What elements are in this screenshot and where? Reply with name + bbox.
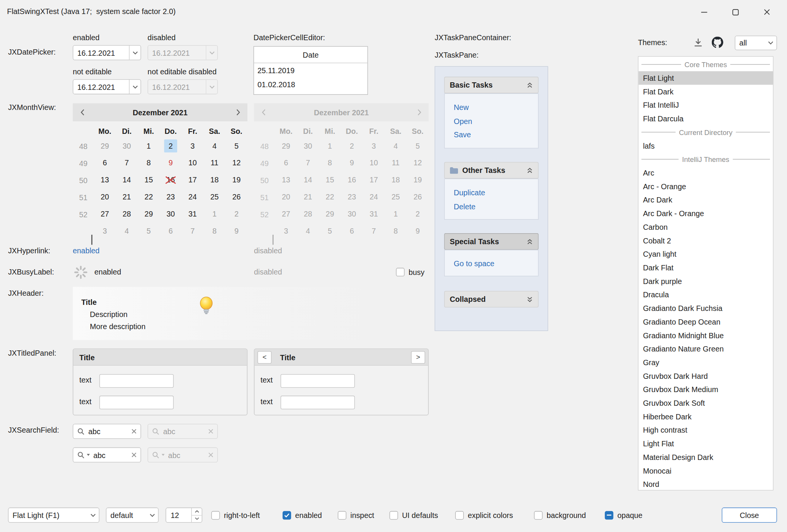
theme-item[interactable]: Cyan light — [638, 247, 773, 261]
checkbox-box[interactable] — [338, 511, 346, 519]
day-cell[interactable]: 8 — [203, 225, 225, 238]
day-cell[interactable]: 4 — [203, 140, 225, 152]
day-cell[interactable]: 2 — [160, 140, 182, 152]
day-cell[interactable]: 18 — [203, 174, 225, 187]
next-month-button[interactable] — [228, 103, 247, 121]
theme-item[interactable]: Flat IntelliJ — [638, 98, 773, 112]
day-cell[interactable]: 12 — [225, 157, 247, 169]
spinner-down-button[interactable] — [192, 515, 201, 522]
theme-item[interactable]: Monocai — [638, 464, 773, 478]
theme-item[interactable]: Material Design Dark — [638, 450, 773, 464]
day-cell[interactable]: 14 — [116, 174, 138, 187]
day-cell[interactable]: 27 — [94, 208, 116, 221]
day-cell[interactable]: 11 — [203, 157, 225, 169]
table-row[interactable]: 25.11.2019 — [254, 63, 367, 77]
day-cell[interactable]: 6 — [160, 225, 182, 238]
busy-checkbox[interactable]: busy — [396, 266, 425, 277]
expand-icon[interactable] — [527, 296, 533, 303]
checkbox-inspect[interactable]: inspect — [338, 510, 374, 521]
day-cell[interactable]: 21 — [116, 191, 138, 204]
theme-item[interactable]: Arc — [638, 166, 773, 180]
themes-list[interactable]: Core ThemesFlat LightFlat DarkFlat Intel… — [638, 56, 773, 490]
theme-item[interactable]: High contrast — [638, 423, 773, 437]
day-cell[interactable]: 30 — [160, 208, 182, 221]
theme-item[interactable]: Gradianto Dark Fuchsia — [638, 301, 773, 315]
theme-item[interactable]: Arc - Orange — [638, 180, 773, 193]
checkbox-box[interactable] — [211, 511, 220, 519]
day-cell[interactable]: 9 — [160, 157, 182, 169]
checkbox-box[interactable] — [605, 511, 613, 519]
theme-item[interactable]: Dark purple — [638, 275, 773, 288]
day-cell[interactable]: 1 — [203, 208, 225, 221]
day-cell[interactable]: 8 — [138, 157, 160, 169]
checkbox-box[interactable] — [455, 511, 464, 519]
clear-icon[interactable] — [132, 452, 137, 457]
theme-item[interactable]: Light Flat — [638, 437, 773, 450]
font-size-spinner[interactable]: 12 — [165, 508, 202, 523]
collapse-icon[interactable] — [527, 167, 533, 174]
taskpane-header-basic-tasks[interactable]: Basic Tasks — [444, 77, 539, 93]
day-cell[interactable]: 25 — [203, 191, 225, 204]
checkbox-opaque[interactable]: opaque — [605, 510, 642, 521]
theme-item[interactable]: Flat Darcula — [638, 112, 773, 126]
github-icon[interactable] — [712, 37, 723, 50]
text-input[interactable] — [99, 396, 174, 410]
download-icon[interactable] — [693, 37, 704, 50]
day-cell[interactable]: 26 — [225, 191, 247, 204]
table-column-header[interactable]: Date — [254, 47, 367, 63]
day-cell[interactable]: 7 — [182, 225, 204, 238]
checkbox-explicit-colors[interactable]: explicit colors — [455, 510, 513, 521]
chevron-down-icon[interactable] — [146, 508, 158, 522]
close-window-button[interactable] — [751, 0, 782, 24]
laf-combobox[interactable]: Flat Light (F1) — [8, 508, 99, 523]
checkbox-box[interactable] — [283, 511, 291, 519]
clear-icon[interactable] — [132, 429, 137, 434]
previous-month-button[interactable] — [73, 103, 92, 121]
theme-item[interactable]: Gruvbox Dark Soft — [638, 396, 773, 410]
hyperlink-enabled[interactable]: enabled — [73, 246, 100, 254]
theme-item[interactable]: Gray — [638, 356, 773, 369]
panel-left-button[interactable]: < — [258, 351, 272, 363]
theme-item[interactable]: Nord — [638, 477, 773, 490]
day-cell[interactable]: 30 — [116, 140, 138, 152]
theme-item[interactable]: Flat Dark — [638, 85, 773, 99]
text-input[interactable] — [280, 396, 355, 410]
day-cell[interactable]: 24 — [182, 191, 204, 204]
day-cell[interactable]: 5 — [225, 140, 247, 152]
font-combobox[interactable]: default — [106, 508, 159, 523]
chevron-down-icon[interactable] — [129, 80, 140, 94]
task-link-delete[interactable]: Delete — [454, 199, 529, 213]
taskpane-header-other-tasks[interactable]: Other Tasks — [444, 162, 539, 179]
datepicker-enabled[interactable]: 16.12.2021 — [73, 45, 141, 60]
chevron-down-icon[interactable] — [129, 46, 140, 60]
day-cell[interactable]: 2 — [225, 208, 247, 221]
theme-item[interactable]: Arc Dark - Orange — [638, 207, 773, 220]
panel-right-button[interactable]: > — [411, 351, 425, 363]
checkbox-background[interactable]: background — [534, 510, 586, 521]
theme-item[interactable]: Gruvbox Dark Medium — [638, 383, 773, 396]
collapse-icon[interactable] — [527, 82, 533, 89]
theme-item[interactable]: Gradianto Deep Ocean — [638, 315, 773, 329]
day-cell[interactable]: 16 — [160, 174, 182, 187]
day-cell[interactable]: 29 — [94, 140, 116, 152]
theme-item[interactable]: lafs — [638, 139, 773, 152]
checkbox-box[interactable] — [389, 511, 398, 519]
checkbox-right-to-left[interactable]: right-to-left — [211, 510, 260, 521]
table-row[interactable]: 01.02.2018 — [254, 77, 367, 91]
taskpane-header-collapsed[interactable]: Collapsed — [444, 291, 539, 308]
themes-filter-combobox[interactable]: all — [735, 36, 777, 50]
theme-item[interactable]: Arc Dark — [638, 193, 773, 207]
theme-item[interactable]: Dark Flat — [638, 261, 773, 275]
day-cell[interactable]: 20 — [94, 191, 116, 204]
day-cell[interactable]: 9 — [225, 225, 247, 238]
checkbox-enabled[interactable]: enabled — [283, 510, 322, 521]
theme-item[interactable]: Gruvbox Dark Hard — [638, 369, 773, 383]
taskpane-header-special-tasks[interactable]: Special Tasks — [444, 233, 539, 250]
day-cell[interactable]: 1 — [138, 140, 160, 152]
text-input[interactable] — [280, 374, 355, 388]
day-cell[interactable]: 17 — [182, 174, 204, 187]
theme-item[interactable]: Gradianto Midnight Blue — [638, 328, 773, 342]
task-link-new[interactable]: New — [454, 100, 529, 114]
checkbox-box[interactable] — [534, 511, 542, 519]
theme-item[interactable]: Gradianto Nature Green — [638, 342, 773, 356]
